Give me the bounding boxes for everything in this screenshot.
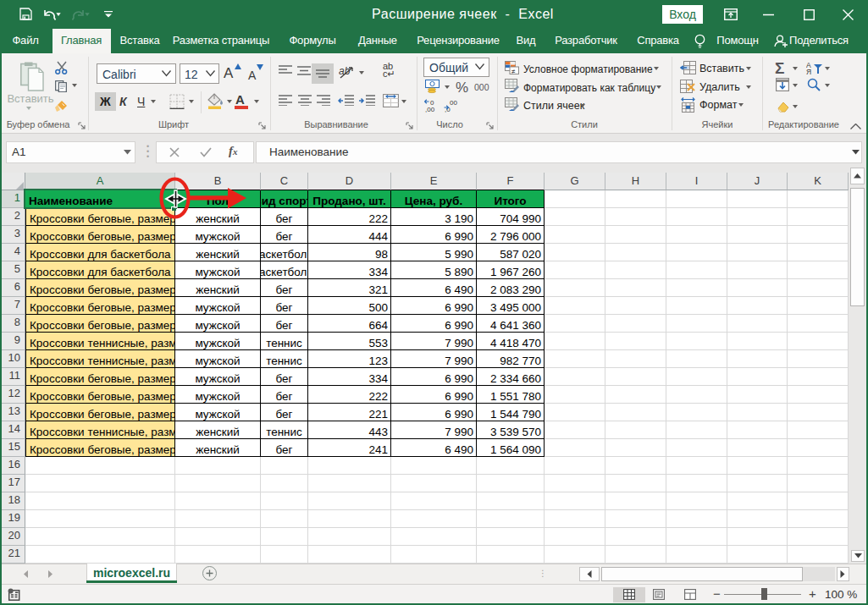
svg-text:,00: ,00	[425, 106, 435, 113]
svg-text:≠: ≠	[511, 68, 516, 75]
svg-text:00: 00	[450, 99, 457, 107]
svg-text:Я: Я	[806, 68, 811, 74]
